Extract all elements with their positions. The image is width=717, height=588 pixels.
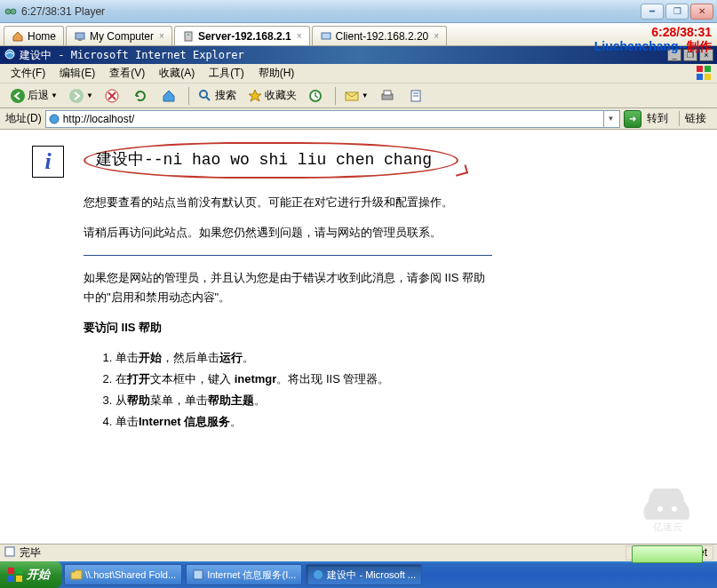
svg-rect-3 (78, 39, 82, 41)
ie-icon (312, 568, 324, 581)
taskbar-item-iis[interactable]: Internet 信息服务(I... (186, 564, 302, 585)
page-heading: 建设中--ni hao wo shi liu chen chang (84, 142, 458, 179)
server-icon (182, 30, 195, 43)
tab-label: Client-192.168.2.20 (336, 30, 429, 43)
menu-tools[interactable]: 工具(T) (202, 64, 251, 83)
page-icon (4, 545, 16, 560)
home-button[interactable] (156, 85, 183, 107)
address-label: 地址(D) (5, 111, 42, 126)
player-titlebar: 6:27/38:31 Player ━ ❐ ✕ (0, 0, 717, 23)
print-button[interactable] (375, 85, 402, 107)
svg-point-0 (5, 9, 11, 14)
ie-statusbar: 完毕 本地 Intranet (0, 544, 717, 561)
svg-point-21 (50, 115, 59, 123)
close-button[interactable]: ✕ (690, 4, 713, 20)
svg-rect-27 (8, 568, 14, 574)
menu-view[interactable]: 查看(V) (102, 64, 152, 83)
client-icon (320, 30, 332, 43)
tab-mycomputer[interactable]: My Computer × (66, 26, 172, 45)
svg-rect-31 (194, 570, 203, 579)
tab-close-icon[interactable]: × (297, 31, 302, 41)
separator (188, 87, 189, 105)
content-para-1: 您想要查看的站点当前没有默认页。可能正在对它进行升级和配置操作。 (84, 193, 492, 212)
taskbar-item-ie[interactable]: 建设中 - Microsoft ... (306, 564, 422, 585)
page-icon (48, 113, 60, 125)
iis-icon (192, 568, 204, 581)
mail-icon (344, 88, 360, 104)
menu-file[interactable]: 文件(F) (4, 64, 52, 83)
tab-label: Home (28, 30, 56, 43)
url-dropdown-button[interactable]: ▼ (603, 111, 617, 127)
list-item: 单击Internet 信息服务。 (116, 412, 492, 432)
chevron-down-icon: ▼ (51, 91, 58, 99)
svg-rect-2 (76, 33, 84, 39)
home-icon (161, 88, 177, 104)
back-button[interactable]: 后退 ▼ (5, 85, 62, 107)
svg-point-25 (672, 506, 677, 512)
windows-taskbar: 开始 \\.host\Shared Fold... Internet 信息服务(… (0, 561, 717, 588)
favorites-button[interactable]: 收藏夹 (243, 85, 301, 107)
tab-close-icon[interactable]: × (159, 31, 164, 41)
search-icon (197, 88, 213, 104)
svg-point-5 (187, 34, 189, 36)
start-button[interactable]: 开始 (0, 561, 62, 588)
svg-point-13 (69, 89, 84, 103)
timer-text: 6:28/38:31 (594, 25, 712, 39)
tab-close-icon[interactable]: × (434, 31, 439, 41)
ie-toolbar: 后退 ▼ ▼ 搜索 收藏夹 ▼ (0, 83, 717, 108)
print-icon (379, 88, 395, 104)
divider (84, 255, 492, 256)
instruction-list: 单击开始，然后单击运行。 在打开文本框中，键入 inetmgr。将出现 IIS … (116, 348, 492, 432)
url-box[interactable]: ▼ (45, 110, 620, 128)
back-icon (10, 88, 26, 104)
page-content: i 建设中--ni hao wo shi liu chen chang 您想要查… (0, 130, 717, 544)
refresh-button[interactable] (128, 85, 155, 107)
svg-rect-19 (384, 91, 391, 95)
info-icon: i (32, 146, 64, 178)
svg-rect-8 (697, 66, 703, 72)
maximize-button[interactable]: ❐ (665, 4, 689, 20)
status-text: 完毕 (20, 545, 41, 560)
home-icon (12, 30, 24, 43)
minimize-button[interactable]: ━ (641, 4, 664, 20)
address-bar: 地址(D) ▼ ➜ 转到 链接 (0, 108, 717, 130)
list-item: 在打开文本框中，键入 inetmgr。将出现 IIS 管理器。 (116, 369, 492, 389)
svg-point-32 (314, 570, 323, 579)
menu-edit[interactable]: 编辑(E) (52, 64, 102, 83)
tab-client[interactable]: Client-192.168.2.20 × (312, 26, 448, 45)
edit-button[interactable] (403, 85, 430, 107)
stop-button[interactable] (100, 85, 126, 107)
tab-home[interactable]: Home (4, 26, 64, 45)
ie-icon (4, 48, 16, 63)
refresh-icon (132, 88, 148, 104)
svg-point-24 (657, 506, 663, 512)
svg-rect-22 (5, 547, 14, 556)
svg-point-12 (11, 89, 25, 103)
search-button[interactable]: 搜索 (193, 85, 241, 107)
popup-panel[interactable] (632, 545, 703, 563)
go-button[interactable]: ➜ (624, 110, 641, 128)
svg-rect-29 (8, 576, 14, 582)
forward-button[interactable]: ▼ (64, 85, 98, 107)
taskbar-item-folder[interactable]: \\.host\Shared Fold... (64, 564, 182, 585)
tab-server[interactable]: Server-192.168.2.1 × (174, 26, 310, 45)
chevron-down-icon: ▼ (362, 91, 369, 99)
history-icon (307, 88, 323, 104)
forward-icon (68, 88, 84, 104)
history-button[interactable] (303, 85, 330, 107)
ie-menubar: 文件(F) 编辑(E) 查看(V) 收藏(A) 工具(T) 帮助(H) (0, 64, 717, 83)
menu-favorites[interactable]: 收藏(A) (152, 64, 202, 83)
menu-help[interactable]: 帮助(H) (251, 64, 302, 83)
svg-rect-28 (16, 568, 22, 574)
tab-label: Server-192.168.2.1 (198, 30, 291, 43)
svg-rect-4 (185, 32, 192, 41)
go-label: 转到 (647, 111, 668, 126)
recording-overlay: 6:28/38:31 Liuchenchang--制作 (594, 25, 712, 55)
ie-title-text: 建设中 - Microsoft Internet Explorer (20, 48, 244, 63)
mail-button[interactable]: ▼ (339, 85, 373, 107)
list-item: 从帮助菜单，单击帮助主题。 (116, 391, 492, 410)
list-item: 单击开始，然后单击运行。 (116, 348, 492, 368)
url-input[interactable] (63, 113, 603, 125)
links-label[interactable]: 链接 (679, 111, 706, 126)
player-icon (4, 4, 18, 19)
